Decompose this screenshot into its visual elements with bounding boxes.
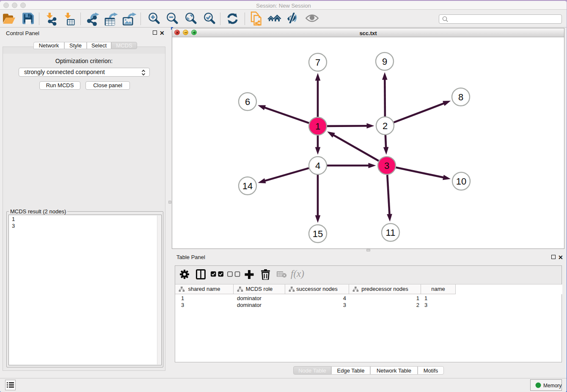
- svg-text:2: 2: [383, 121, 388, 131]
- svg-text:15: 15: [313, 229, 323, 239]
- svg-text:1: 1: [315, 121, 320, 132]
- svg-text:8: 8: [458, 92, 463, 102]
- svg-text:6: 6: [245, 97, 250, 107]
- svg-text:3: 3: [384, 160, 389, 171]
- svg-text:7: 7: [315, 57, 320, 68]
- svg-text:11: 11: [386, 227, 396, 238]
- svg-text:10: 10: [456, 176, 466, 187]
- svg-text:9: 9: [382, 56, 387, 67]
- svg-text:14: 14: [242, 181, 253, 191]
- svg-text:4: 4: [315, 160, 320, 171]
